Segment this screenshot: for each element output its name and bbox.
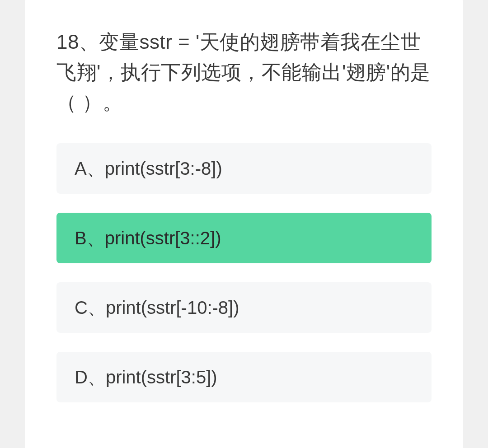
option-c[interactable]: C、print(sstr[-10:-8]) — [56, 282, 432, 333]
question-text: 18、变量sstr = '天使的翅膀带着我在尘世飞翔'，执行下列选项，不能输出'… — [56, 27, 432, 118]
quiz-card: 18、变量sstr = '天使的翅膀带着我在尘世飞翔'，执行下列选项，不能输出'… — [25, 0, 463, 448]
option-a-label: A、print(sstr[3:-8]) — [75, 159, 222, 178]
option-b-label: B、print(sstr[3::2]) — [75, 228, 221, 248]
option-c-label: C、print(sstr[-10:-8]) — [75, 298, 239, 317]
option-b[interactable]: B、print(sstr[3::2]) — [56, 213, 432, 263]
option-d[interactable]: D、print(sstr[3:5]) — [56, 352, 432, 402]
option-d-label: D、print(sstr[3:5]) — [75, 367, 217, 387]
option-a[interactable]: A、print(sstr[3:-8]) — [56, 143, 432, 194]
